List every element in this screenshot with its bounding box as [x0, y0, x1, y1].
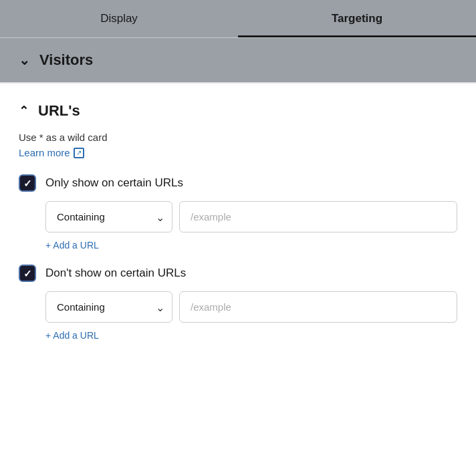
urls-label: URL's: [38, 102, 80, 120]
tab-bar: Display Targeting: [0, 0, 476, 38]
visitors-chevron-icon[interactable]: ⌄: [19, 52, 30, 68]
checkmark-icon: ✓: [23, 178, 32, 188]
only-show-select-wrapper: Containing Starting with Ending with Exa…: [45, 201, 172, 232]
learn-more-label: Learn more: [19, 147, 70, 158]
tab-targeting[interactable]: Targeting: [238, 0, 476, 37]
only-show-select[interactable]: Containing Starting with Ending with Exa…: [45, 201, 172, 232]
dont-show-select[interactable]: Containing Starting with Ending with Exa…: [45, 291, 172, 323]
external-link-icon: [74, 148, 84, 158]
checkmark-icon-2: ✓: [23, 269, 32, 279]
tab-display[interactable]: Display: [0, 0, 238, 37]
urls-header: ⌃ URL's: [19, 102, 457, 120]
dont-show-rule: ✓ Don't show on certain URLs Containing …: [19, 265, 457, 341]
visitors-section: ⌄ Visitors: [0, 38, 476, 84]
only-show-url-input[interactable]: [179, 201, 457, 232]
learn-more-link[interactable]: Learn more: [19, 147, 84, 158]
only-show-rule: ✓ Only show on certain URLs Containing S…: [19, 174, 457, 251]
dont-show-checkbox[interactable]: ✓: [19, 265, 36, 282]
urls-chevron-icon[interactable]: ⌃: [19, 104, 29, 118]
only-show-label-row: ✓ Only show on certain URLs: [19, 174, 457, 192]
dont-show-label-row: ✓ Don't show on certain URLs: [19, 265, 457, 282]
dont-show-add-url[interactable]: + Add a URL: [45, 330, 99, 341]
only-show-inputs: Containing Starting with Ending with Exa…: [45, 201, 457, 232]
dont-show-inputs: Containing Starting with Ending with Exa…: [45, 291, 457, 323]
visitors-label: Visitors: [39, 51, 93, 69]
dont-show-url-input[interactable]: [179, 291, 457, 323]
dont-show-select-wrapper: Containing Starting with Ending with Exa…: [45, 291, 172, 323]
dont-show-label: Don't show on certain URLs: [45, 267, 186, 280]
wildcard-info: Use * as a wild card: [19, 132, 457, 143]
only-show-add-url[interactable]: + Add a URL: [45, 240, 99, 251]
only-show-label: Only show on certain URLs: [45, 176, 183, 190]
main-content: ⌃ URL's Use * as a wild card Learn more …: [0, 84, 476, 368]
only-show-checkbox[interactable]: ✓: [19, 174, 36, 192]
